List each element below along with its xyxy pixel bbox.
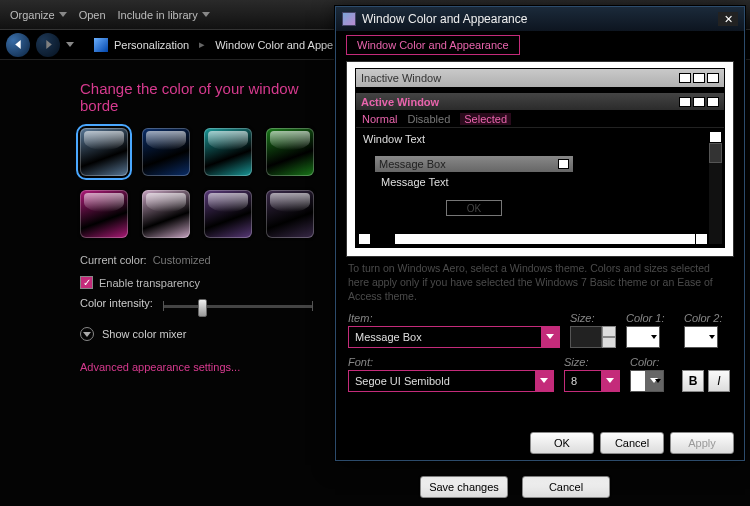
size-label: Size: [570,312,616,324]
font-combo-value: Segoe UI Semibold [355,375,450,387]
apply-button[interactable]: Apply [670,432,734,454]
save-changes-button[interactable]: Save changes [420,476,508,498]
preview-inactive-window[interactable]: Inactive Window [355,68,725,94]
preview-menu[interactable]: Normal Disabled Selected [356,111,724,128]
preview-menu-normal: Normal [362,113,397,125]
preview-msgbox-title: Message Box [379,158,446,170]
appearance-dialog: Window Color and Appearance ✕ Window Col… [335,6,745,461]
font-size-value: 8 [571,375,577,387]
color-swatch[interactable] [266,128,314,176]
color2-button[interactable] [684,326,718,348]
organize-menu[interactable]: Organize [10,9,67,21]
font-size-combo[interactable]: 8 [564,370,620,392]
preview-active-controls [679,97,719,107]
italic-button[interactable]: I [708,370,730,392]
size-field[interactable] [570,326,602,348]
show-color-mixer-label: Show color mixer [102,328,186,340]
color-swatch-grid [80,128,340,238]
intensity-slider[interactable] [163,299,313,308]
main-button-row: Save changes Cancel [420,476,610,498]
dialog-button-row: OK Cancel Apply [530,432,734,454]
back-button[interactable] [6,33,30,57]
dialog-tab[interactable]: Window Color and Appearance [346,35,520,55]
item-combo-value: Message Box [355,331,422,343]
breadcrumb-personalization[interactable]: Personalization [114,39,189,51]
font-label: Font: [348,356,554,368]
preview-message-box[interactable]: Message Box Message Text OK [374,155,574,223]
font-color-label: Color: [630,356,672,368]
window-icon [94,38,108,52]
color-swatch[interactable] [204,190,252,238]
font-size-label: Size: [564,356,620,368]
color-swatch[interactable] [204,128,252,176]
page-heading: Change the color of your window borde [80,80,340,114]
dialog-icon [342,12,356,26]
bold-button[interactable]: B [682,370,704,392]
preview-active-window[interactable]: Active Window Normal Disabled Selected W… [355,92,725,248]
breadcrumb-window-color[interactable]: Window Color and Appe... [215,39,342,51]
font-color-button[interactable] [630,370,664,392]
preview-menu-selected: Selected [460,113,511,125]
preview-vscroll[interactable] [709,131,722,244]
include-library-menu[interactable]: Include in library [118,9,210,21]
dropdown-icon [541,327,559,347]
preview-msgbox-close-icon [558,159,569,169]
dropdown-icon [535,371,553,391]
history-dropdown-icon[interactable] [66,42,74,47]
color-swatch[interactable] [80,128,128,176]
chevron-down-icon [80,327,94,341]
dialog-title-text: Window Color and Appearance [362,12,527,26]
preview-inactive-controls [679,73,719,83]
preview-hscroll[interactable] [358,233,708,245]
advanced-appearance-link[interactable]: Advanced appearance settings... [80,361,340,373]
dialog-titlebar[interactable]: Window Color and Appearance ✕ [336,7,744,31]
open-button[interactable]: Open [79,9,106,21]
color-swatch[interactable] [266,190,314,238]
item-combo[interactable]: Message Box [348,326,560,348]
current-color-label: Current color: [80,254,147,266]
preview-pane: Inactive Window Active Window Normal Dis… [346,61,734,257]
size-spinner[interactable] [602,326,616,348]
color-swatch[interactable] [80,190,128,238]
dlg-cancel-button[interactable]: Cancel [600,432,664,454]
transparency-label: Enable transparency [99,277,200,289]
intensity-slider-thumb[interactable] [198,299,207,317]
show-color-mixer[interactable]: Show color mixer [80,327,340,341]
ok-button[interactable]: OK [530,432,594,454]
color1-button[interactable] [626,326,660,348]
color-swatch[interactable] [142,128,190,176]
transparency-checkbox[interactable]: ✓ [80,276,93,289]
color-panel: Change the color of your window borde Cu… [80,80,340,373]
close-button[interactable]: ✕ [718,12,738,26]
forward-button[interactable] [36,33,60,57]
item-label: Item: [348,312,560,324]
dropdown-icon [601,371,619,391]
preview-menu-disabled: Disabled [407,113,450,125]
hint-text: To turn on Windows Aero, select a Window… [346,257,734,312]
preview-inactive-title: Inactive Window [361,72,441,84]
current-color-value: Customized [153,254,211,266]
font-combo[interactable]: Segoe UI Semibold [348,370,554,392]
preview-msgbox-ok[interactable]: OK [446,200,502,216]
preview-active-title: Active Window [361,96,439,108]
preview-msgbox-text: Message Text [375,172,573,196]
dropdown-icon [645,371,663,391]
current-color-row: Current color: Customized [80,254,340,266]
color1-label: Color 1: [626,312,674,324]
color-swatch[interactable] [142,190,190,238]
intensity-label: Color intensity: [80,297,153,309]
color2-label: Color 2: [684,312,732,324]
cancel-button[interactable]: Cancel [522,476,610,498]
